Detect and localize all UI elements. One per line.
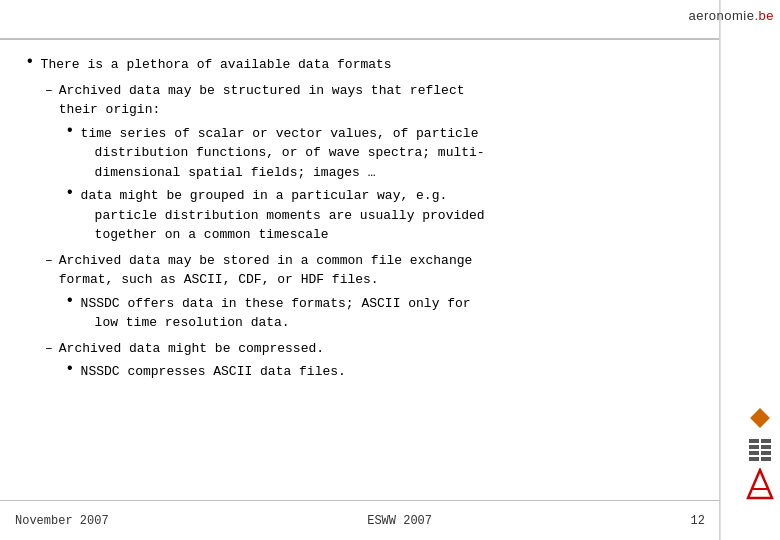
- footer-date: November 2007: [15, 514, 109, 528]
- bullet-text-1: There is a plethora of available data fo…: [41, 55, 392, 75]
- dash-1: –: [45, 81, 53, 101]
- sub-sub-text-2: data might be grouped in a particular wa…: [81, 186, 485, 245]
- logo-be: be: [759, 8, 774, 23]
- sidebar-icons: [746, 404, 774, 500]
- sub-section-2: – Archived data may be stored in a commo…: [45, 251, 695, 333]
- dash-3: –: [45, 339, 53, 359]
- sub-line-1: – Archived data may be structured in way…: [45, 81, 695, 120]
- grid-icon: [746, 436, 774, 464]
- a-logo-icon: [746, 468, 774, 500]
- sub-sub-dot-3: •: [65, 292, 75, 310]
- sub-sub-text-3: NSSDC offers data in these formats; ASCI…: [81, 294, 471, 333]
- footer-conference: ESWW 2007: [367, 514, 432, 528]
- footer-page-number: 12: [691, 514, 705, 528]
- svg-rect-4: [761, 445, 771, 449]
- svg-rect-5: [749, 451, 759, 455]
- sub-sub-dot-4: •: [65, 360, 75, 378]
- svg-rect-7: [749, 457, 759, 461]
- svg-rect-8: [761, 457, 771, 461]
- diamond-icon: [746, 404, 774, 432]
- logo: aeronomie.be: [688, 8, 774, 23]
- sub-line-3: – Archived data might be compressed.: [45, 339, 695, 359]
- sub-sub-line-2: • data might be grouped in a particular …: [65, 186, 695, 245]
- svg-marker-9: [748, 470, 772, 498]
- right-sidebar: aeronomie.be: [720, 0, 780, 540]
- sub-sub-line-1: • time series of scalar or vector values…: [65, 124, 695, 183]
- sub-sub-dot-1: •: [65, 122, 75, 140]
- svg-rect-1: [749, 439, 759, 443]
- sub-sub-line-4: • NSSDC compresses ASCII data files.: [65, 362, 695, 382]
- bullet-dot-1: •: [25, 53, 35, 71]
- sub-sub-text-1: time series of scalar or vector values, …: [81, 124, 485, 183]
- svg-rect-0: [750, 408, 770, 428]
- sub-sub-line-3: • NSSDC offers data in these formats; AS…: [65, 294, 695, 333]
- main-content: • There is a plethora of available data …: [10, 45, 710, 490]
- svg-rect-3: [749, 445, 759, 449]
- logo-aeronomie: aeronomie: [688, 8, 754, 23]
- sub-text-2: Archived data may be stored in a common …: [59, 251, 472, 290]
- svg-rect-2: [761, 439, 771, 443]
- svg-rect-6: [761, 451, 771, 455]
- sub-text-1: Archived data may be structured in ways …: [59, 81, 465, 120]
- top-divider: [0, 38, 780, 40]
- sub-sub-section-3: • NSSDC compresses ASCII data files.: [65, 362, 695, 382]
- sub-sub-section-2: • NSSDC offers data in these formats; AS…: [65, 294, 695, 333]
- sub-line-2: – Archived data may be stored in a commo…: [45, 251, 695, 290]
- sub-section-1: – Archived data may be structured in way…: [45, 81, 695, 245]
- sub-sub-section-1: • time series of scalar or vector values…: [65, 124, 695, 245]
- sub-text-3: Archived data might be compressed.: [59, 339, 324, 359]
- main-bullet-1: • There is a plethora of available data …: [25, 55, 695, 75]
- dash-2: –: [45, 251, 53, 271]
- footer: November 2007 ESWW 2007 12: [0, 500, 720, 540]
- sub-section-3: – Archived data might be compressed. • N…: [45, 339, 695, 382]
- sub-sub-text-4: NSSDC compresses ASCII data files.: [81, 362, 346, 382]
- sub-sub-dot-2: •: [65, 184, 75, 202]
